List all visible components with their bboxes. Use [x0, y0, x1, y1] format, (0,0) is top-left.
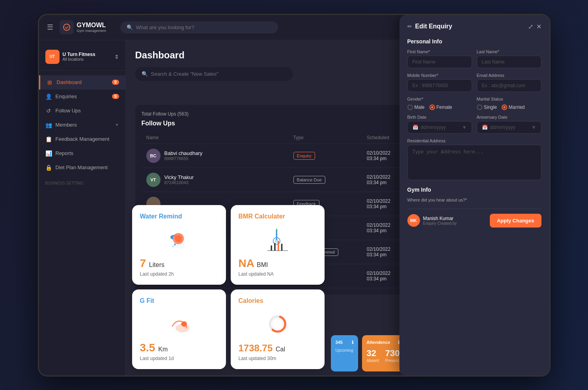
- sidebar-item-enquiries[interactable]: 👤 Enquiries 9: [39, 90, 125, 104]
- birthdate-input[interactable]: 📅 dd/mm/yyyy ▼: [407, 121, 472, 134]
- person-name: Babvi chaudhary: [164, 150, 203, 156]
- address-field: Residential Address: [407, 138, 541, 180]
- widget-bmr[interactable]: BMR Calculater: [231, 205, 325, 285]
- expand-icon[interactable]: ⇕: [114, 54, 119, 60]
- svg-point-20: [272, 318, 283, 329]
- followups-icon: ↺: [45, 108, 52, 114]
- topbar-search[interactable]: 🔍: [120, 21, 278, 34]
- birthdate-placeholder: dd/mm/yyyy: [421, 125, 446, 130]
- marital-single-option[interactable]: Single: [477, 104, 497, 110]
- dietplan-icon: 🔒: [45, 164, 52, 171]
- edit-enquiry-panel: ✏ Edit Enquiry ⤢ ✕ Personal Info First N…: [399, 40, 549, 375]
- marital-married-option[interactable]: Married: [502, 104, 525, 110]
- gender-male-option[interactable]: Male: [407, 104, 425, 110]
- dashboard-badge: 9: [112, 80, 119, 85]
- calories-icon: [239, 309, 317, 337]
- info-icon[interactable]: ℹ: [352, 340, 353, 345]
- calendar-icon: 📅: [482, 125, 488, 130]
- location-avatar: UT: [45, 50, 60, 64]
- location-name: U Turn Fitness: [63, 52, 111, 57]
- absent-count: 32: [367, 348, 379, 358]
- sidebar-item-members[interactable]: 👥 Members ▼: [39, 118, 125, 132]
- widget-calories-sub: Last updated 30m: [239, 356, 317, 361]
- address-input[interactable]: [407, 145, 541, 180]
- marital-married-radio[interactable]: [502, 104, 507, 110]
- logo-box: [60, 20, 74, 34]
- menu-icon[interactable]: ☰: [47, 23, 53, 32]
- widget-water-sub: Last updated 2h: [140, 271, 218, 277]
- svg-point-5: [174, 243, 175, 245]
- anniversary-input[interactable]: 📅 dd/mm/yyyy ▼: [477, 121, 541, 134]
- gender-field: Gender* Male Female: [407, 97, 472, 110]
- marital-label: Marital Status: [477, 97, 541, 101]
- content-search-input[interactable]: [151, 71, 287, 77]
- personal-form-grid: First Name* Last Name* Mobile Number* Em…: [407, 49, 541, 92]
- widget-gfit-title: G Fit: [140, 297, 218, 304]
- svg-rect-11: [274, 243, 276, 250]
- gender-label: Gender*: [407, 97, 472, 101]
- sidebar-label-enquiries: Enquiries: [56, 93, 77, 99]
- enquiries-icon: 👤: [45, 93, 52, 100]
- first-name-label: First Name*: [407, 49, 472, 54]
- last-name-input[interactable]: [477, 56, 541, 68]
- sidebar-label-members: Members: [56, 122, 77, 128]
- enquiries-badge: 9: [112, 94, 119, 99]
- svg-rect-13: [281, 244, 282, 251]
- sidebar-item-dashboard[interactable]: ⊞ Dashboard 9: [39, 75, 125, 90]
- user-location: UT U Turn Fitness All locations ⇕: [39, 47, 125, 71]
- widget-gfit[interactable]: G Fit 3.5 Km Last updated 1d: [132, 289, 226, 369]
- sidebar-label-dietplan: Diet Plan Management: [56, 164, 108, 170]
- stat-blue-sub: Upcoming: [336, 348, 353, 353]
- content-search[interactable]: 🔍: [135, 67, 293, 81]
- first-name-field: First Name*: [407, 49, 472, 68]
- gym-source-label: Where did you hear about us?*: [407, 198, 541, 202]
- gender-male-radio[interactable]: [407, 104, 413, 110]
- widget-calories-title: Calories: [239, 297, 317, 304]
- first-name-input[interactable]: [407, 56, 472, 68]
- sidebar-item-reports[interactable]: 📊 Reports: [39, 146, 125, 160]
- widget-water[interactable]: Water Remind 7: [132, 205, 226, 285]
- gender-female-radio[interactable]: [429, 104, 435, 110]
- widget-calories-value: 1738.75 Cal: [239, 341, 317, 354]
- email-input[interactable]: [477, 79, 541, 92]
- topbar-search-input[interactable]: [136, 24, 272, 30]
- widget-gfit-value: 3.5 Km: [140, 341, 218, 354]
- marital-single-label: Single: [484, 104, 497, 110]
- last-name-field: Last Name*: [477, 49, 541, 68]
- business-setting-label: Business Setting: [39, 175, 125, 188]
- footer-avatar: MK: [407, 214, 420, 227]
- stat-blue-title: 345: [336, 340, 343, 345]
- sidebar-label-followups: Follow Ups: [56, 108, 81, 114]
- sidebar-item-dietplan[interactable]: 🔒 Diet Plan Management: [39, 160, 125, 175]
- marital-married-label: Married: [509, 104, 525, 110]
- widget-calories[interactable]: Calories 1738.75 Cal Last updated 30m: [231, 289, 325, 369]
- apply-changes-button[interactable]: Apply Changes: [490, 214, 541, 228]
- stat-card-orange: Attendence ℹ 32 Absent 730 Present: [362, 335, 405, 371]
- svg-point-0: [63, 24, 70, 30]
- gender-marital-grid: Gender* Male Female Marital Status: [407, 97, 541, 110]
- svg-point-6: [172, 246, 174, 247]
- personal-info-header: Personal Info: [407, 40, 541, 45]
- sidebar-item-feedback[interactable]: 📋 Feedback Management: [39, 132, 125, 146]
- widget-water-value: 7 Liters: [140, 257, 218, 270]
- gym-info-header: Gym Info: [407, 187, 541, 193]
- mobile-input[interactable]: [407, 79, 472, 92]
- col-name: Name: [146, 135, 293, 140]
- stat-card-blue: 345 ℹ Upcoming: [331, 335, 358, 371]
- sidebar: UT U Turn Fitness All locations ⇕ ⊞ Dash…: [39, 40, 126, 375]
- mobile-field: Mobile Number*: [407, 73, 472, 92]
- gender-female-option[interactable]: Female: [429, 104, 452, 110]
- person-phone: 8724610043: [164, 180, 194, 185]
- marital-radio-group: Single Married: [477, 104, 541, 110]
- logo-area: GYMOWL Gym management: [60, 20, 106, 34]
- gender-male-label: Male: [414, 104, 425, 110]
- gym-source-field: Where did you hear about us?*: [407, 198, 541, 202]
- widget-water-title: Water Remind: [140, 213, 218, 220]
- sidebar-item-followups[interactable]: ↺ Follow Ups: [39, 104, 125, 118]
- anniversary-field: Aniversary Date 📅 dd/mm/yyyy ▼: [477, 115, 541, 134]
- footer-user-sub: Enquiry Created by: [423, 221, 457, 226]
- last-name-label: Last Name*: [477, 49, 541, 54]
- present-count: 730: [385, 348, 400, 358]
- marital-single-radio[interactable]: [477, 104, 482, 110]
- dates-grid: Birth Date 📅 dd/mm/yyyy ▼ Aniversary Dat…: [407, 115, 541, 134]
